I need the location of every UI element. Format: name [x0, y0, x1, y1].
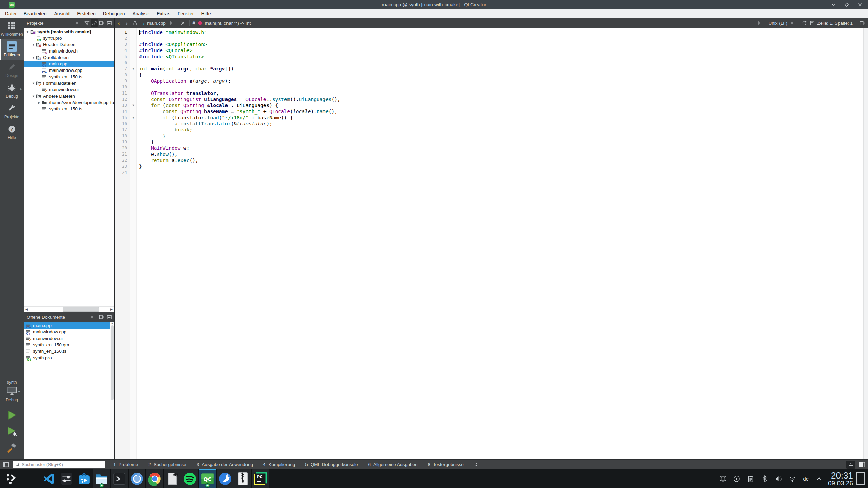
- hscroll-track[interactable]: [29, 307, 108, 312]
- show-desktop-button[interactable]: [856, 472, 865, 485]
- code-line[interactable]: #include <QTranslator>: [137, 54, 863, 60]
- text-document-settings-icon[interactable]: [809, 19, 815, 27]
- code-line[interactable]: a.installTranslator(&translator);: [137, 121, 863, 127]
- toggle-left-sidebar-icon[interactable]: [3, 461, 9, 468]
- open-docs-vscrollbar[interactable]: ▲: [110, 322, 114, 459]
- taskbar-system-settings-icon[interactable]: [58, 469, 75, 488]
- tree-expand-arrow[interactable]: ▼: [31, 43, 36, 46]
- tree-expand-arrow[interactable]: ▶: [37, 101, 42, 104]
- code-line[interactable]: [137, 169, 863, 176]
- code-line[interactable]: return a.exec();: [137, 157, 863, 163]
- code-line[interactable]: const QString baseName = "synth_" + QLoc…: [137, 108, 863, 115]
- tree-expand-arrow[interactable]: ▼: [31, 82, 36, 85]
- tree-item[interactable]: Qtsynth.pro: [24, 35, 114, 41]
- open-doc-item[interactable]: C+main.cpp: [24, 322, 110, 329]
- locator-search-input[interactable]: [22, 462, 103, 467]
- symbol-hash-label[interactable]: #: [193, 20, 195, 26]
- tree-item[interactable]: ▼synth [main-with-cmake]: [24, 28, 114, 35]
- menu-bearbeiten[interactable]: Bearbeiten: [20, 9, 51, 18]
- close-document-icon[interactable]: [180, 19, 186, 27]
- tree-expand-arrow[interactable]: ▼: [31, 95, 36, 98]
- tree-item[interactable]: ▼Andere Dateien: [24, 93, 114, 99]
- bluetooth-icon[interactable]: [761, 475, 768, 482]
- tree-item[interactable]: ▶/home/sven/development/cpp-tu: [24, 99, 114, 106]
- split-button[interactable]: [98, 313, 105, 321]
- code-editor[interactable]: 123456789101112131415161718192021222324 …: [115, 28, 868, 459]
- clipboard-icon[interactable]: [747, 475, 754, 482]
- code-line[interactable]: }: [137, 133, 863, 139]
- mode-item-willkommen[interactable]: Willkommen: [0, 18, 24, 39]
- taskbar-falkon-icon[interactable]: [216, 469, 234, 488]
- hscroll-thumb[interactable]: [63, 307, 99, 312]
- code-line[interactable]: break;: [137, 127, 863, 133]
- output-pane-kompilierung[interactable]: 4Kompilierung: [263, 462, 295, 467]
- tree-item[interactable]: synth_en_150.ts: [24, 106, 114, 112]
- fold-marker-icon[interactable]: ▼: [130, 102, 136, 108]
- minimize-icon[interactable]: [830, 2, 836, 8]
- code-text-area[interactable]: #include "mainwindow.h"#include <QApplic…: [137, 28, 863, 459]
- menu-extras[interactable]: Extras: [153, 9, 174, 18]
- debug-run-button[interactable]: [6, 426, 18, 438]
- maximize-icon[interactable]: [844, 2, 849, 8]
- close-icon[interactable]: [857, 2, 863, 8]
- code-line[interactable]: int main(int argc, char *argv[]): [137, 66, 863, 72]
- line-ending-selector[interactable]: Unix (LF): [768, 21, 787, 26]
- taskbar-pycharm-icon[interactable]: PC: [252, 469, 269, 488]
- run-button[interactable]: [6, 410, 18, 422]
- code-line[interactable]: QTranslator translator;: [137, 90, 863, 96]
- open-doc-item[interactable]: Qtsynth.pro: [24, 354, 110, 361]
- taskbar-chromium-icon[interactable]: [128, 469, 146, 488]
- navigate-forward-icon[interactable]: ›: [124, 19, 130, 27]
- flyout-arrow-icon[interactable]: ▸: [20, 87, 22, 91]
- filter-button[interactable]: [83, 19, 91, 27]
- code-line[interactable]: [137, 60, 863, 66]
- updown-button[interactable]: [88, 313, 96, 321]
- tree-expand-arrow[interactable]: ▼: [31, 56, 36, 59]
- code-line[interactable]: MainWindow w;: [137, 145, 863, 151]
- code-line[interactable]: [137, 84, 863, 90]
- volume-icon[interactable]: [775, 475, 782, 482]
- open-doc-item[interactable]: synth_en_150.qm: [24, 342, 110, 348]
- taskbar-chrome-icon[interactable]: [146, 469, 163, 488]
- tree-item[interactable]: C+mainwindow.cpp: [24, 67, 114, 74]
- code-folding-column[interactable]: ▼▼▼: [130, 28, 137, 459]
- scroll-up-icon[interactable]: ▲: [111, 322, 114, 325]
- editor-preferences-icon[interactable]: [802, 19, 808, 27]
- maximize-output-pane-icon[interactable]: [846, 461, 855, 469]
- build-button[interactable]: [6, 442, 18, 454]
- menu-hilfe[interactable]: Hilfe: [197, 9, 214, 18]
- tree-item[interactable]: mainwindow.ui: [24, 86, 114, 93]
- current-symbol-label[interactable]: main(int, char **) -> int: [205, 21, 251, 26]
- taskbar-ark-icon[interactable]: [234, 469, 252, 488]
- code-line[interactable]: w.show();: [137, 151, 863, 157]
- navigate-back-icon[interactable]: ‹: [116, 19, 122, 27]
- tree-expand-arrow[interactable]: ▼: [25, 30, 30, 34]
- tree-item[interactable]: ▼hHeader-Dateien: [24, 41, 114, 48]
- code-line[interactable]: #include <QApplication>: [137, 41, 863, 47]
- line-ending-updown-icon[interactable]: [789, 19, 795, 27]
- open-doc-item[interactable]: mainwindow.ui: [24, 335, 110, 342]
- file-selector-updown-icon[interactable]: [167, 19, 174, 27]
- vscroll-thumb[interactable]: [111, 325, 114, 400]
- keyboard-layout[interactable]: de: [803, 476, 809, 482]
- output-pane-qml-debuggerkonsole[interactable]: 5QML-Debuggerkonsole: [305, 462, 358, 467]
- tree-item[interactable]: ▼C+Quelldateien: [24, 54, 114, 61]
- code-line[interactable]: {: [137, 72, 863, 78]
- code-line[interactable]: const QStringList uiLanguages = QLocale:…: [137, 96, 863, 102]
- mode-item-editieren[interactable]: Editieren: [0, 39, 24, 60]
- output-panes-updown-icon[interactable]: [473, 461, 479, 468]
- code-line[interactable]: for (const QString &locale : uiLanguages…: [137, 102, 863, 108]
- cursor-position-label[interactable]: Zeile: 1, Spalte: 1: [817, 21, 853, 26]
- link-button[interactable]: [91, 19, 98, 27]
- mode-item-hilfe[interactable]: ?Hilfe: [0, 122, 24, 142]
- editor-filename[interactable]: main.cpp: [147, 21, 166, 26]
- code-line[interactable]: #include "mainwindow.h": [137, 29, 863, 35]
- fold-marker-icon[interactable]: ▼: [130, 115, 136, 121]
- collapse-panel-button[interactable]: [105, 313, 113, 321]
- output-pane-suchergebnisse[interactable]: 2Suchergebnisse: [148, 462, 186, 467]
- code-line[interactable]: #include <QLocale>: [137, 47, 863, 54]
- scroll-right-icon[interactable]: ▶: [108, 307, 114, 312]
- code-line[interactable]: }: [137, 139, 863, 145]
- taskbar-app-launcher-icon[interactable]: [3, 469, 20, 488]
- menu-erstellen[interactable]: Erstellen: [73, 9, 99, 18]
